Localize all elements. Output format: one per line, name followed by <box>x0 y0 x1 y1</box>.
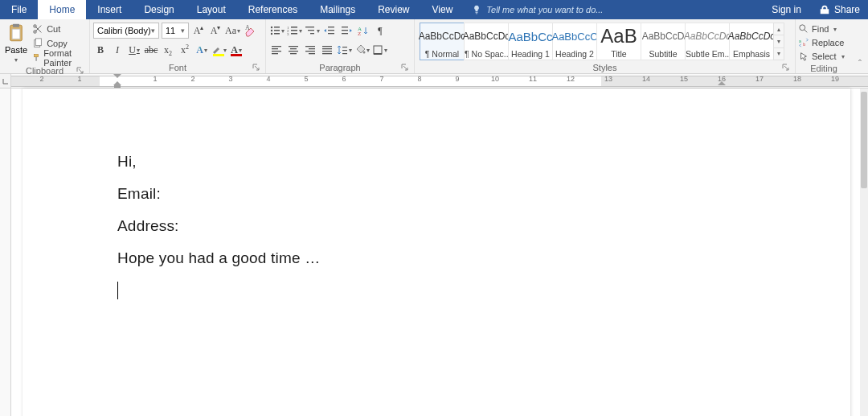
document-page[interactable]: Hi,Email:Address:Hope you had a good tim… <box>23 89 850 416</box>
multilevel-list-button[interactable]: ▾ <box>305 23 320 39</box>
svg-rect-29 <box>342 30 348 31</box>
svg-rect-50 <box>342 50 347 51</box>
align-left-button[interactable] <box>269 42 284 58</box>
font-name-combo[interactable]: Calibri (Body) ▾ <box>93 23 159 39</box>
format-painter-button[interactable]: Format Painter <box>32 51 86 64</box>
document-paragraph[interactable]: Address: <box>117 217 850 235</box>
tell-me-search[interactable]: Tell me what you want to do... <box>464 0 611 19</box>
tab-layout[interactable]: Layout <box>186 0 237 19</box>
font-color-button[interactable]: A ▾ <box>229 42 244 58</box>
justify-icon <box>321 44 333 56</box>
vertical-scrollbar[interactable] <box>860 89 868 416</box>
tab-view[interactable]: View <box>421 0 465 19</box>
style-item[interactable]: AaBbCcDcEmphasis <box>729 23 774 60</box>
svg-rect-19 <box>291 30 297 31</box>
style-item[interactable]: AaBbCcDc¶ Normal <box>420 23 465 60</box>
ruler-number: 7 <box>379 75 383 83</box>
share-button[interactable]: Share <box>811 0 868 19</box>
vertical-ruler[interactable] <box>0 89 11 416</box>
tab-review[interactable]: Review <box>366 0 420 19</box>
increase-indent-button[interactable] <box>339 23 354 39</box>
decrease-indent-button[interactable] <box>322 23 337 39</box>
paste-button[interactable]: Paste ▾ <box>3 21 29 65</box>
show-marks-button[interactable]: ¶ <box>373 23 387 39</box>
document-body[interactable]: Hi,Email:Address:Hope you had a good tim… <box>23 89 850 303</box>
document-paragraph[interactable]: Hope you had a good time … <box>117 249 850 267</box>
expand-gallery-icon[interactable]: ▾ <box>774 48 784 60</box>
ruler-number: 15 <box>680 75 688 83</box>
style-item[interactable]: AaBbCcDcSubtle Em... <box>685 23 730 60</box>
font-size-combo[interactable]: 11 ▾ <box>162 23 189 39</box>
style-item[interactable]: AaBbCcCHeading 2 <box>552 23 597 60</box>
svg-point-12 <box>271 30 272 31</box>
svg-rect-38 <box>290 48 297 49</box>
style-label: Title <box>611 49 626 59</box>
align-left-icon <box>271 44 282 56</box>
bullets-button[interactable]: ▾ <box>269 23 285 39</box>
replace-button[interactable]: ab Replace <box>799 36 849 49</box>
scrollbar-thumb[interactable] <box>861 92 867 188</box>
tab-selector[interactable] <box>0 74 11 89</box>
borders-button[interactable]: ▾ <box>372 42 387 58</box>
select-button[interactable]: Select ▾ <box>799 50 849 63</box>
select-button-label: Select <box>812 51 837 61</box>
numbering-button[interactable]: 123▾ <box>287 23 302 39</box>
svg-text:b: b <box>803 42 805 47</box>
grow-font-button[interactable]: A▴ <box>191 23 206 39</box>
replace-button-label: Replace <box>812 38 844 47</box>
style-preview: AaBbCcC <box>551 25 597 47</box>
tab-references[interactable]: References <box>237 0 309 19</box>
strikethrough-button[interactable]: abc <box>144 42 158 58</box>
group-styles-label: Styles <box>418 62 792 73</box>
tab-file[interactable]: File <box>0 0 38 19</box>
chevron-up-icon[interactable]: ▴ <box>774 23 784 35</box>
superscript-button[interactable]: x2 <box>178 42 192 58</box>
style-item[interactable]: AaBbCcDc¶ No Spac... <box>464 23 509 60</box>
ruler-number: 19 <box>831 75 839 83</box>
shading-button[interactable]: ▾ <box>354 42 370 58</box>
sign-in-link[interactable]: Sign in <box>762 0 811 19</box>
style-item[interactable]: AaBbCcDSubtitle <box>641 23 686 60</box>
dialog-launcher-icon[interactable] <box>782 64 790 72</box>
styles-gallery-scroll[interactable]: ▴▾▾ <box>773 23 784 60</box>
cut-button[interactable]: Cut <box>32 23 86 35</box>
svg-rect-39 <box>289 51 298 51</box>
justify-button[interactable] <box>320 42 334 58</box>
find-button[interactable]: Find ▾ <box>799 23 849 35</box>
svg-line-56 <box>805 30 807 32</box>
group-editing-label: Editing <box>799 63 849 74</box>
italic-button[interactable]: I <box>110 42 125 58</box>
text-cursor <box>117 282 850 303</box>
shrink-font-button[interactable]: A▾ <box>208 23 223 39</box>
dialog-launcher-icon[interactable] <box>401 64 409 72</box>
svg-rect-2 <box>12 29 20 39</box>
clear-formatting-button[interactable]: A <box>243 23 257 39</box>
horizontal-ruler[interactable]: 2112345678910111213141516171819 <box>0 74 868 89</box>
text-effects-button[interactable]: A▾ <box>194 42 209 58</box>
style-item[interactable]: AaBbCcHeading 1 <box>508 23 553 60</box>
change-case-button[interactable]: Aa▾ <box>225 23 240 39</box>
copy-button-label: Copy <box>47 39 68 48</box>
svg-rect-33 <box>272 46 281 47</box>
document-paragraph[interactable]: Hi, <box>117 153 850 171</box>
scissors-icon <box>32 23 43 35</box>
document-paragraph[interactable]: Email: <box>117 185 850 203</box>
chevron-down-icon[interactable]: ▾ <box>774 35 784 47</box>
tab-design[interactable]: Design <box>133 0 185 19</box>
subscript-button[interactable]: x2 <box>161 42 175 58</box>
svg-rect-43 <box>305 51 315 51</box>
line-spacing-button[interactable]: ▾ <box>337 42 352 58</box>
highlight-button[interactable]: ▾ <box>211 42 227 58</box>
style-item[interactable]: AaBTitle <box>596 23 641 60</box>
collapse-ribbon-button[interactable]: ˆ <box>852 19 868 73</box>
align-center-button[interactable] <box>286 42 301 58</box>
tab-insert[interactable]: Insert <box>86 0 133 19</box>
tab-home[interactable]: Home <box>38 0 86 19</box>
bold-button[interactable]: B <box>93 42 108 58</box>
dialog-launcher-icon[interactable] <box>252 64 260 72</box>
sort-button[interactable]: AZ <box>356 23 371 39</box>
tab-mailings[interactable]: Mailings <box>309 0 366 19</box>
style-label: ¶ Normal <box>425 49 459 59</box>
underline-button[interactable]: U▾ <box>127 42 141 58</box>
align-right-button[interactable] <box>303 42 317 58</box>
